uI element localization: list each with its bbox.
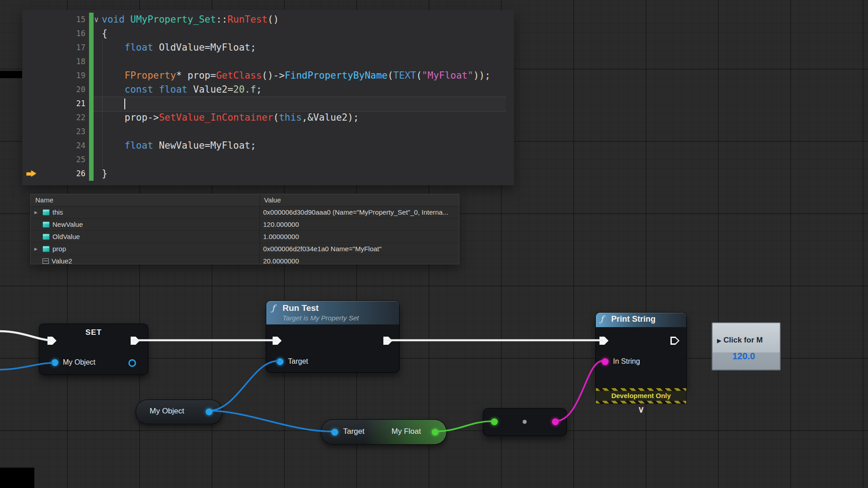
chevron-down-icon[interactable]: ∨ (595, 405, 687, 413)
line-number[interactable]: 24 (42, 139, 85, 153)
wire-myobject-to-getfloat-target[interactable] (209, 411, 333, 432)
breakpoint-gutter[interactable] (22, 27, 42, 41)
get-my-float-node[interactable]: Target My Float (321, 419, 447, 445)
code-text[interactable]: void UMyProperty_Set::RunTest() (94, 13, 279, 27)
code-editor-panel[interactable]: ∨ 15void UMyProperty_Set::RunTest()16{17… (22, 10, 514, 185)
code-line: 20 const float Value2=20.f; (22, 83, 514, 97)
target-input-pin[interactable] (331, 429, 338, 436)
code-text[interactable]: { (94, 27, 108, 41)
in-string-input-pin[interactable] (602, 358, 609, 365)
line-number[interactable]: 16 (42, 27, 85, 41)
hazard-stripe (596, 401, 686, 404)
breakpoint-gutter[interactable] (22, 83, 42, 97)
line-number[interactable]: 26 (42, 167, 85, 181)
code-text[interactable]: const float Value2=20.f; (94, 83, 262, 97)
string-output-pin[interactable] (552, 418, 559, 425)
exec-out-pin[interactable] (383, 337, 392, 345)
watch-row[interactable]: ▶prop0x000006d2f034e1a0 Name="MyFloat" (31, 243, 459, 255)
code-token: } (102, 168, 108, 179)
exec-in-pin[interactable] (47, 337, 57, 345)
exec-in-pin[interactable] (599, 337, 609, 345)
code-text[interactable] (94, 153, 102, 167)
expander-icon[interactable]: ▶ (34, 243, 40, 255)
code-text[interactable] (94, 97, 125, 111)
line-number[interactable]: 19 (42, 69, 85, 83)
exec-out-pin[interactable] (670, 337, 679, 345)
code-line: 17 float OldValue=MyFloat; (22, 41, 514, 55)
run-test-title: Run Test (283, 303, 319, 313)
changed-lines-bar (89, 55, 94, 69)
exec-in-pin[interactable] (273, 337, 282, 345)
watch-row[interactable]: ▶Value220.0000000 (31, 255, 459, 267)
run-test-node[interactable]: ƒ Run Test Target is My Property Set Tar… (266, 300, 400, 373)
variable-name: NewValue (52, 219, 83, 230)
bubble-caption[interactable]: ▶Click for M (717, 336, 779, 345)
code-line: 15void UMyProperty_Set::RunTest() (22, 13, 514, 27)
code-lines[interactable]: 15void UMyProperty_Set::RunTest()16{17 f… (22, 13, 514, 181)
background-gap-strip (0, 71, 22, 78)
code-text[interactable]: } (94, 167, 108, 181)
code-token (102, 70, 125, 81)
line-number[interactable]: 23 (42, 125, 85, 139)
line-number[interactable]: 17 (42, 41, 85, 55)
code-text[interactable]: FProperty* prop=GetClass()->FindProperty… (94, 69, 491, 83)
target-input-pin[interactable] (277, 358, 283, 365)
object-output-pin[interactable] (206, 408, 212, 415)
code-text[interactable]: prop->SetValue_InContainer(this,&Value2)… (94, 111, 359, 125)
float-output-pin[interactable] (432, 429, 439, 436)
breakpoint-gutter[interactable] (22, 167, 42, 181)
code-token: () (268, 14, 279, 25)
watch-row[interactable]: ▶this0x000006d30d90aaa0 (Name="MyPropert… (31, 206, 459, 219)
function-node-header[interactable]: ƒ Print String (596, 313, 686, 327)
breakpoint-gutter[interactable] (22, 13, 42, 27)
breakpoint-gutter[interactable] (22, 125, 42, 139)
exec-out-pin[interactable] (131, 337, 140, 345)
line-number[interactable]: 15 (42, 13, 85, 27)
breakpoint-gutter[interactable] (22, 111, 42, 125)
variable-object-icon (42, 234, 50, 240)
code-token: void (102, 14, 125, 25)
code-text[interactable]: float NewValue=MyFloat; (94, 139, 256, 153)
blueprint-canvas[interactable]: SET My Object ƒ Run Test Target is My Pr… (0, 0, 868, 488)
watch-column-value[interactable]: Value (259, 194, 459, 206)
watch-column-name[interactable]: Name (31, 194, 259, 206)
line-number[interactable]: 22 (42, 111, 85, 125)
watch-name-cell: ▶Value2 (31, 255, 259, 267)
line-number[interactable]: 25 (42, 153, 85, 167)
watch-row[interactable]: ▶NewValue120.000000 (31, 219, 459, 231)
object-output-pin[interactable] (128, 359, 136, 367)
watch-column-divider[interactable] (259, 194, 260, 264)
variable-value: 120.000000 (259, 219, 459, 230)
print-string-body[interactable]: ƒ Print String In String (595, 312, 687, 388)
breakpoint-gutter[interactable] (22, 55, 42, 69)
watch-rows[interactable]: ▶this0x000006d30d90aaa0 (Name="MyPropert… (31, 206, 459, 267)
function-node-header[interactable]: ƒ Run Test Target is My Property Set (266, 301, 399, 324)
watch-panel[interactable]: Name Value ▶this0x000006d30d90aaa0 (Name… (30, 194, 459, 264)
set-node[interactable]: SET My Object (39, 324, 148, 375)
code-token (102, 140, 125, 151)
breakpoint-gutter[interactable] (22, 139, 42, 153)
line-number[interactable]: 21 (42, 97, 85, 111)
debug-value-bubble[interactable]: ▶Click for M 120.0 (712, 322, 781, 371)
watch-row[interactable]: ▶OldValue1.00000000 (31, 231, 459, 243)
breakpoint-gutter[interactable] (22, 97, 42, 111)
breakpoint-gutter[interactable] (22, 153, 42, 167)
line-number[interactable]: 20 (42, 83, 85, 97)
code-line: 23 (22, 125, 514, 139)
bubble-caption-text: Click for M (723, 336, 763, 344)
print-string-node[interactable]: ƒ Print String In String Development Onl… (595, 312, 687, 413)
expander-icon[interactable]: ▶ (34, 206, 40, 218)
changed-lines-bar (89, 153, 94, 167)
breakpoint-gutter[interactable] (22, 69, 42, 83)
code-text[interactable] (94, 125, 102, 139)
float-input-pin[interactable] (491, 418, 498, 425)
float-to-string-conversion-node[interactable] (483, 408, 567, 436)
code-text[interactable]: float OldValue=MyFloat; (94, 41, 256, 55)
code-token: ( (387, 70, 393, 81)
code-token: :: (216, 14, 227, 25)
my-object-getter-node[interactable]: My Object (136, 399, 222, 424)
object-input-pin[interactable] (52, 359, 58, 366)
breakpoint-gutter[interactable] (22, 41, 42, 55)
code-text[interactable] (94, 55, 102, 69)
line-number[interactable]: 18 (42, 55, 85, 69)
